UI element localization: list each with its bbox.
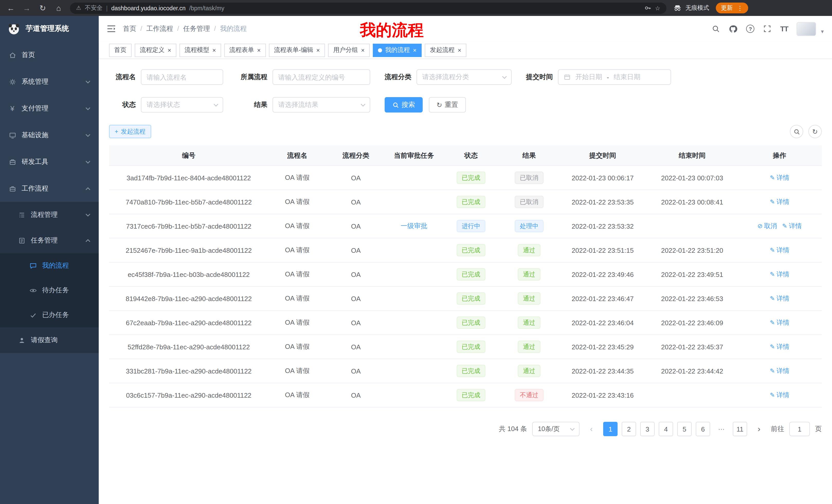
- bookmark-star-icon[interactable]: ☆: [655, 4, 660, 11]
- sidebar-item-devtools[interactable]: 研发工具: [0, 148, 99, 175]
- view-tab[interactable]: 流程模型 ×: [179, 44, 221, 57]
- table-row: 3ad174fb-7b9d-11ec-8404-acde48001122 OA …: [109, 166, 822, 190]
- process-def-input[interactable]: [272, 69, 370, 85]
- result-tag: 处理中: [515, 220, 544, 232]
- prev-page-button[interactable]: ‹: [585, 422, 598, 436]
- view-tab[interactable]: 流程定义 ×: [135, 44, 176, 57]
- home-icon: [8, 51, 17, 59]
- cell-process-name: OA 请假: [268, 366, 326, 375]
- next-page-button[interactable]: ›: [752, 422, 766, 436]
- page-button[interactable]: 11: [733, 422, 747, 436]
- github-icon[interactable]: [729, 24, 738, 33]
- current-task-link[interactable]: 一级审批: [400, 222, 427, 230]
- browser-back-icon[interactable]: ←: [6, 4, 16, 12]
- close-icon[interactable]: ×: [212, 47, 216, 53]
- avatar[interactable]: [797, 22, 816, 36]
- page-button[interactable]: 6: [696, 422, 710, 436]
- fullscreen-icon[interactable]: [763, 25, 772, 33]
- detail-link[interactable]: ✎ 详情: [770, 294, 789, 303]
- detail-link[interactable]: ✎ 详情: [782, 222, 802, 230]
- page-button[interactable]: 5: [677, 422, 692, 436]
- status-label: 状态: [109, 100, 136, 109]
- detail-link[interactable]: ✎ 详情: [770, 318, 789, 327]
- table-row: 819442e8-7b9a-11ec-a290-acde48001122 OA …: [109, 287, 822, 311]
- sidebar-item-home[interactable]: 首页: [0, 41, 99, 68]
- sidebar-item-infrastructure[interactable]: 基础设施: [0, 122, 99, 148]
- goto-page-input[interactable]: [789, 422, 810, 436]
- column-header: 结果: [500, 151, 558, 160]
- password-key-icon[interactable]: [644, 4, 651, 12]
- close-icon[interactable]: ×: [413, 47, 417, 53]
- menu-fold-icon[interactable]: [107, 25, 116, 32]
- chevron-down-icon: [85, 213, 90, 217]
- tasks-icon: [18, 236, 26, 244]
- show-search-button[interactable]: [790, 125, 803, 138]
- close-icon[interactable]: ×: [361, 47, 365, 53]
- detail-link[interactable]: ✎ 详情: [770, 270, 789, 279]
- page-button[interactable]: 3: [640, 422, 655, 436]
- sidebar-item-payment[interactable]: ¥ 支付管理: [0, 95, 99, 122]
- view-tab[interactable]: 流程表单-编辑 ×: [269, 44, 325, 57]
- view-tab[interactable]: 首页 ×: [109, 44, 132, 57]
- view-tab[interactable]: 我的流程 ×: [373, 44, 422, 57]
- status-tag: 已完成: [457, 292, 486, 305]
- address-bar[interactable]: ⚠ 不安全 | dashboard.yudao.iocoder.cn/bpm/t…: [70, 2, 667, 13]
- search-button[interactable]: 搜索: [385, 97, 423, 113]
- chevron-down-icon: [502, 75, 507, 79]
- sidebar-item-leave-query[interactable]: 请假查询: [0, 327, 99, 353]
- close-icon[interactable]: ×: [167, 47, 171, 53]
- security-label[interactable]: 不安全: [85, 4, 103, 12]
- close-icon[interactable]: ×: [458, 47, 461, 53]
- refresh-table-button[interactable]: ↻: [808, 125, 822, 138]
- breadcrumb-item[interactable]: 任务管理: [183, 24, 220, 33]
- breadcrumb-item[interactable]: 首页: [123, 24, 146, 33]
- detail-link[interactable]: ✎ 详情: [770, 246, 789, 255]
- browser-menu-icon[interactable]: ⋮: [737, 4, 743, 11]
- sidebar-item-my-processes[interactable]: 我的流程: [0, 253, 99, 278]
- breadcrumb-item[interactable]: 工作流程: [146, 24, 183, 33]
- sidebar-item-done-tasks[interactable]: 已办任务: [0, 303, 99, 327]
- address-separator: |: [106, 5, 108, 11]
- help-icon[interactable]: ?: [746, 25, 755, 33]
- sidebar-item-system[interactable]: 系统管理: [0, 68, 99, 95]
- breadcrumb-item[interactable]: 我的流程: [220, 24, 247, 33]
- browser-forward-icon[interactable]: →: [22, 4, 31, 12]
- browser-home-icon[interactable]: ⌂: [54, 4, 63, 12]
- view-tab[interactable]: 用户分组 ×: [328, 44, 370, 57]
- sidebar-item-todo-tasks[interactable]: 待办任务: [0, 278, 99, 303]
- detail-link[interactable]: ✎ 详情: [770, 391, 789, 399]
- category-select[interactable]: 请选择流程分类: [417, 69, 512, 85]
- incognito-badge: 无痕模式: [673, 4, 709, 12]
- cell-category: OA: [326, 367, 386, 375]
- detail-link[interactable]: ✎ 详情: [770, 367, 789, 375]
- page-button[interactable]: 1: [603, 422, 618, 436]
- process-name-input[interactable]: [141, 69, 223, 85]
- close-icon[interactable]: ×: [316, 47, 320, 53]
- page-button[interactable]: ⋯: [714, 422, 729, 436]
- status-select[interactable]: 请选择状态: [141, 97, 223, 113]
- cancel-link[interactable]: ⊘ 取消: [757, 222, 777, 230]
- browser-refresh-icon[interactable]: ↻: [38, 4, 47, 12]
- search-icon[interactable]: [712, 25, 720, 33]
- font-size-icon[interactable]: TT: [780, 25, 788, 33]
- detail-link[interactable]: ✎ 详情: [770, 342, 789, 351]
- sidebar-item-process-management[interactable]: 流程管理: [0, 202, 99, 228]
- page-button[interactable]: 4: [659, 422, 673, 436]
- page-size-select[interactable]: 10条/页: [532, 422, 579, 436]
- result-select[interactable]: 请选择流结果: [272, 97, 370, 113]
- detail-link[interactable]: ✎ 详情: [770, 173, 789, 182]
- category-label: 流程分类: [385, 73, 411, 82]
- detail-link[interactable]: ✎ 详情: [770, 198, 789, 206]
- date-range-picker[interactable]: 开始日期 - 结束日期: [558, 69, 671, 85]
- start-process-button[interactable]: + 发起流程: [109, 125, 151, 138]
- sidebar-item-task-management[interactable]: 任务管理: [0, 228, 99, 253]
- cell-submit-time: 2022-01-22 23:44:35: [558, 367, 647, 375]
- caret-down-icon[interactable]: ▾: [821, 28, 824, 36]
- sidebar-item-workflow[interactable]: 工作流程: [0, 175, 99, 202]
- close-icon[interactable]: ×: [257, 47, 261, 53]
- page-button[interactable]: 2: [622, 422, 636, 436]
- browser-update-button[interactable]: 更新 ⋮: [716, 3, 748, 13]
- reset-button[interactable]: ↻ 重置: [429, 97, 466, 113]
- view-tab[interactable]: 发起流程 ×: [425, 44, 466, 57]
- view-tab[interactable]: 流程表单 ×: [224, 44, 266, 57]
